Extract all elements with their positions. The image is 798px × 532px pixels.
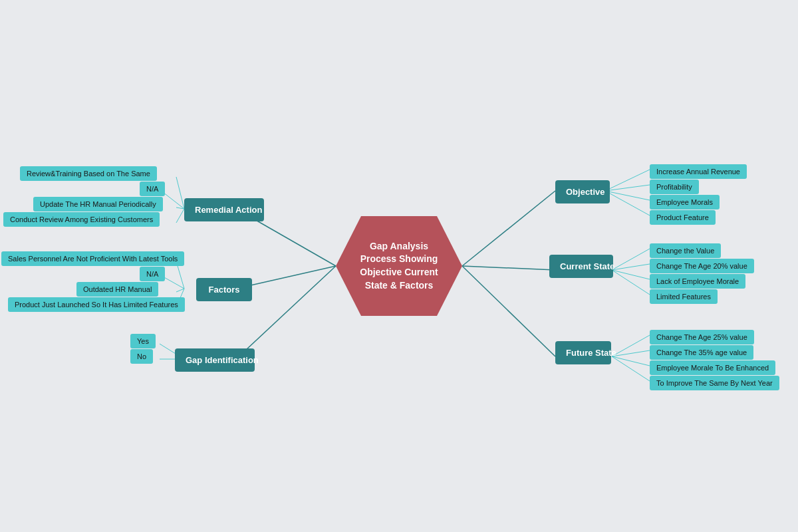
svg-line-13 [612,356,650,366]
branch-gap-identification: Gap Identification [175,348,255,372]
svg-line-20 [176,207,184,209]
leaf-change-value: Change the Value [650,243,721,258]
leaf-change-age-20: Change The Age 20% value [650,259,754,273]
svg-line-11 [612,335,650,356]
svg-line-5 [605,191,650,200]
leaf-change-age-25: Change The Age 25% value [650,330,754,344]
svg-line-24 [176,289,184,292]
center-label: Gap Analysis Process Showing Objective C… [360,240,438,292]
leaf-update-hr-manual: Update The HR Manual Periodically [33,197,163,211]
svg-line-18 [176,177,184,209]
svg-line-8 [612,264,650,270]
leaf-change-35-age: Change The 35% age value [650,345,753,360]
branch-current-state: Current State [549,255,613,278]
svg-line-12 [612,350,650,356]
branch-objective: Objective [555,180,610,203]
leaf-morale-enhanced: Employee Morale To Be Enhanced [650,360,775,375]
svg-line-2 [462,266,555,356]
svg-line-10 [612,270,650,295]
svg-line-9 [612,270,650,279]
svg-line-4 [605,185,650,191]
branch-remedial-action: Remedial Action [184,198,264,221]
diagram-canvas: Gap Analysis Process Showing Objective C… [0,0,798,532]
leaf-no: No [130,349,153,364]
leaf-conduct-review: Conduct Review Among Existing Customers [3,212,160,227]
leaf-product-feature: Product Feature [650,210,716,225]
leaf-lack-morale: Lack of Employee Morale [650,274,745,289]
branch-factors: Factors [196,278,252,301]
leaf-yes: Yes [130,334,156,348]
leaf-remedial-na: N/A [140,182,165,196]
leaf-increase-revenue: Increase Annual Revenue [650,164,747,179]
leaf-product-launched: Product Just Launched So It Has Limited … [8,297,185,312]
leaf-sales-personnel: Sales Personnel Are Not Proficient With … [1,251,184,266]
svg-line-0 [462,191,555,266]
svg-line-3 [605,170,650,191]
branch-future-state: Future State [555,341,611,364]
leaf-improve-next-year: To Improve The Same By Next Year [650,376,779,390]
svg-line-7 [612,249,650,270]
svg-line-6 [605,191,650,215]
svg-line-21 [176,209,184,223]
leaf-profitability: Profitability [650,180,699,194]
leaf-employee-morals: Employee Morals [650,195,720,209]
svg-line-14 [612,356,650,381]
leaf-limited-features: Limited Features [650,289,718,304]
svg-line-1 [462,266,555,270]
svg-line-23 [163,277,184,289]
center-node: Gap Analysis Process Showing Objective C… [336,216,462,316]
svg-line-19 [163,192,184,209]
leaf-outdated-hr-manual: Outdated HR Manual [76,282,158,297]
leaf-factors-na: N/A [140,267,165,281]
leaf-review-training: Review&Training Based on The Same [20,166,157,181]
